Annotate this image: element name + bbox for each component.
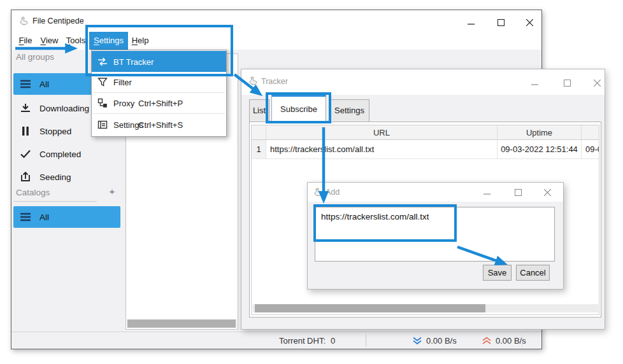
tracker-window-title: Tracker xyxy=(261,77,288,86)
row-index-cell: 1 xyxy=(252,140,266,159)
status-divider-2 xyxy=(522,335,522,347)
url-textarea[interactable]: https://trackerslist.com/all.txt xyxy=(315,207,555,262)
status-bar: Torrent DHT: 0 0.00 B/s 0.00 B/s xyxy=(11,332,541,349)
sidebar-item-completed[interactable]: Completed xyxy=(13,144,120,164)
add-dialog: Add https://trackerslist.com/all.txt Sav… xyxy=(307,182,564,290)
menu-view[interactable]: View xyxy=(36,32,62,50)
menu-settings[interactable]: Settings xyxy=(89,32,128,50)
upload-speed-icon xyxy=(482,337,492,345)
download-speed-icon xyxy=(412,337,422,345)
settings-dropdown-menu: BT Tracker Filter Proxy Ctrl+Shift+P Set… xyxy=(91,50,227,137)
sidebar-catalog-all[interactable]: All xyxy=(13,206,120,228)
settings-form-icon xyxy=(97,120,108,130)
download-icon xyxy=(20,103,31,113)
minimize-icon xyxy=(468,19,475,26)
bt-tracker-icon xyxy=(97,57,108,67)
maximize-icon xyxy=(564,80,571,87)
close-icon xyxy=(544,189,551,196)
minimize-button[interactable] xyxy=(460,17,482,28)
sidebar-item-seeding[interactable]: Seeding xyxy=(13,167,120,187)
list-hscrollbar xyxy=(127,319,237,328)
shortcut-label: Ctrl+Shift+P xyxy=(138,99,183,108)
shortcut-label: Ctrl+Shift+S xyxy=(138,120,183,129)
close-button[interactable] xyxy=(536,186,558,198)
main-window-title: File Centipede xyxy=(32,17,84,25)
app-duck-icon xyxy=(18,16,29,26)
menu-item-filter[interactable]: Filter xyxy=(92,72,226,92)
list-hscroll-thumb[interactable] xyxy=(127,319,236,328)
status-divider xyxy=(366,335,366,347)
close-icon xyxy=(526,19,533,26)
column-header-index[interactable] xyxy=(252,125,266,140)
menu-item-settings[interactable]: Settings Ctrl+Shift+S xyxy=(92,114,226,135)
row-uptime-cell: 09-03-2022 12:51:44 xyxy=(498,140,582,159)
app-duck-icon xyxy=(313,187,323,197)
menu-item-bt-tracker[interactable]: BT Tracker xyxy=(92,51,226,72)
table-hscrollbar xyxy=(252,304,598,312)
maximize-button[interactable] xyxy=(507,186,529,198)
column-header-url[interactable]: URL xyxy=(266,125,498,140)
close-button[interactable] xyxy=(586,77,608,88)
pause-icon xyxy=(20,126,31,136)
tracker-titlebar: Tracker xyxy=(241,69,605,95)
menu-help[interactable]: Help xyxy=(128,32,152,50)
save-button[interactable]: Save xyxy=(483,265,512,281)
filter-icon xyxy=(97,77,108,87)
menu-bar: File View Tools Settings Help xyxy=(11,32,541,50)
sidebar-divider xyxy=(13,201,97,202)
maximize-button[interactable] xyxy=(556,77,578,88)
minimize-button[interactable] xyxy=(524,77,545,88)
app-duck-icon xyxy=(248,76,258,86)
minimize-icon xyxy=(483,189,491,196)
dht-label: Torrent DHT: xyxy=(254,336,326,346)
menu-tools[interactable]: Tools xyxy=(62,32,89,50)
proxy-network-icon xyxy=(97,98,108,108)
close-icon xyxy=(594,80,601,87)
add-titlebar: Add xyxy=(308,183,563,202)
tab-subscribe[interactable]: Subscribe xyxy=(271,95,326,122)
hamburger-icon xyxy=(20,79,31,89)
maximize-button[interactable] xyxy=(490,17,512,28)
dht-value: 0 xyxy=(331,336,335,346)
all-groups-label: All groups xyxy=(16,52,54,62)
add-dialog-title: Add xyxy=(326,188,340,197)
column-header-extra[interactable] xyxy=(582,125,599,140)
hamburger-icon xyxy=(20,212,31,222)
close-button[interactable] xyxy=(519,17,540,28)
tab-list[interactable]: List xyxy=(249,99,269,122)
row-url-cell: https://trackerslist.com/all.txt xyxy=(266,140,498,159)
minimize-icon xyxy=(531,80,538,87)
tab-settings[interactable]: Settings xyxy=(329,99,369,122)
check-icon xyxy=(20,149,31,159)
row-extra-cell: 09-0 xyxy=(582,140,599,159)
menu-item-proxy[interactable]: Proxy Ctrl+Shift+P xyxy=(92,93,226,113)
add-catalog-button[interactable]: + xyxy=(106,186,118,199)
table-hscroll-thumb[interactable] xyxy=(255,304,485,312)
seeding-upload-icon xyxy=(20,172,31,182)
catalogs-label: Catalogs xyxy=(16,188,50,197)
maximize-icon xyxy=(498,19,505,26)
column-header-uptime[interactable]: Uptime xyxy=(498,125,582,140)
download-speed: 0.00 B/s xyxy=(426,336,457,346)
minimize-button[interactable] xyxy=(476,186,498,198)
cancel-button[interactable]: Cancel xyxy=(516,265,550,281)
maximize-icon xyxy=(515,189,522,196)
main-titlebar: File Centipede xyxy=(11,10,541,32)
menu-file[interactable]: File xyxy=(15,32,36,50)
